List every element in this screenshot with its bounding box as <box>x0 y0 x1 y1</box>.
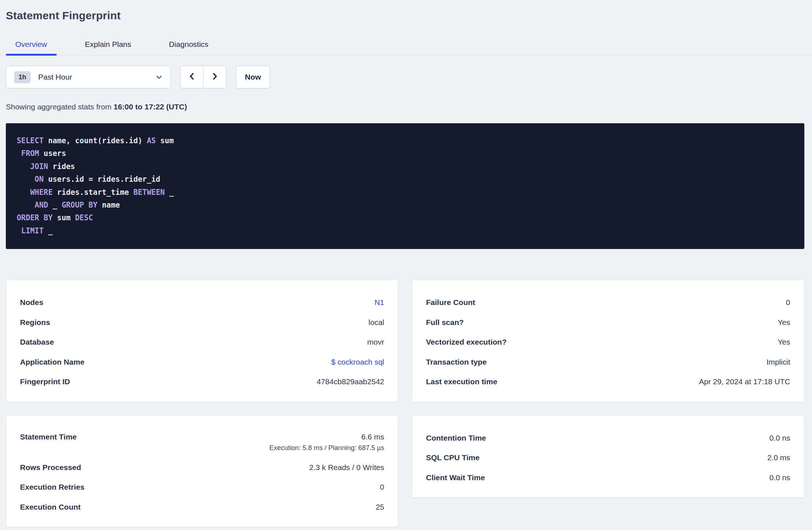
row-label: Last execution time <box>426 377 497 386</box>
row-label: Failure Count <box>426 297 475 307</box>
row-label: Regions <box>20 317 50 327</box>
row-label: Rows Processed <box>20 462 81 472</box>
row-value: 4784cb829aab2542 <box>317 377 384 386</box>
row-database: Database movr <box>20 332 384 352</box>
statement-fingerprint-page: Statement Fingerprint Overview Explain P… <box>0 0 812 527</box>
row-full-scan: Full scan? Yes <box>426 312 790 332</box>
row-failure-count: Failure Count 0 <box>426 292 790 312</box>
row-value: movr <box>367 337 384 347</box>
sql-line: WHERE rides.start_time BETWEEN _ <box>17 186 793 199</box>
row-vectorized-execution: Vectorized execution? Yes <box>426 332 790 352</box>
row-label: Execution Retries <box>20 482 84 492</box>
row-value: 0.0 ns <box>769 433 790 443</box>
row-application-name: Application Name $ cockroach sql <box>20 352 384 372</box>
row-label: Statement Time <box>20 432 77 442</box>
row-value-block: 6.6 ms Execution: 5.8 ms / Planning: 687… <box>269 432 384 452</box>
info-cards-row: Nodes N1 Regions local Database movr App… <box>6 280 804 402</box>
tab-explain-plans[interactable]: Explain Plans <box>76 36 141 55</box>
row-label: SQL CPU Time <box>426 453 479 462</box>
row-label: Execution Count <box>20 502 81 512</box>
row-contention-time: Contention Time 0.0 ns <box>426 428 790 448</box>
sql-line: JOIN rides <box>17 160 793 173</box>
sql-statement-box: SELECT name, count(rides.id) AS sum FROM… <box>6 123 804 249</box>
row-nodes: Nodes N1 <box>20 292 384 312</box>
row-value: 2.3 k Reads / 0 Writes <box>309 462 384 472</box>
row-label: Transaction type <box>426 357 487 367</box>
row-label: Contention Time <box>426 433 486 443</box>
sql-line: LIMIT _ <box>17 225 793 237</box>
chevron-left-icon <box>188 72 196 83</box>
time-interval-dropdown[interactable]: 1h Past Hour <box>6 66 171 88</box>
row-value: local <box>369 317 384 327</box>
interval-arrows <box>180 66 226 88</box>
summary-card: Nodes N1 Regions local Database movr App… <box>6 280 398 402</box>
prev-interval-button[interactable] <box>181 66 203 88</box>
row-fingerprint-id: Fingerprint ID 4784cb829aab2542 <box>20 372 384 392</box>
row-label: Vectorized execution? <box>426 337 507 347</box>
row-execution-retries: Execution Retries 0 <box>20 477 384 497</box>
timings-card: Contention Time 0.0 ns SQL CPU Time 2.0 … <box>412 415 804 498</box>
sql-line: ON users.id = rides.rider_id <box>17 173 793 186</box>
row-transaction-type: Transaction type Implicit <box>426 352 790 372</box>
row-label: Database <box>20 337 54 347</box>
interval-badge: 1h <box>14 71 31 83</box>
caption-prefix: Showing aggregated stats from <box>6 103 114 111</box>
next-interval-button[interactable] <box>203 66 226 88</box>
sql-line: ORDER BY sum DESC <box>17 212 793 224</box>
interval-label: Past Hour <box>38 73 72 81</box>
row-value: Apr 29, 2024 at 17:18 UTC <box>699 377 790 386</box>
time-controls: 1h Past Hour Now <box>6 66 804 88</box>
row-value: 25 <box>376 502 384 512</box>
now-button[interactable]: Now <box>236 66 270 88</box>
row-label: Fingerprint ID <box>20 377 70 386</box>
row-rows-processed: Rows Processed 2.3 k Reads / 0 Writes <box>20 457 384 477</box>
row-value: Implicit <box>767 357 790 367</box>
tab-diagnostics[interactable]: Diagnostics <box>160 36 218 55</box>
row-value: 6.6 ms <box>361 432 384 442</box>
tab-overview[interactable]: Overview <box>6 36 57 55</box>
row-execution-count: Execution Count 25 <box>20 497 384 517</box>
application-name-link[interactable]: $ cockroach sql <box>331 357 384 367</box>
row-regions: Regions local <box>20 312 384 332</box>
sql-line: SELECT name, count(rides.id) AS sum <box>17 134 793 147</box>
row-label: Full scan? <box>426 317 464 327</box>
row-statement-time: Statement Time 6.6 ms Execution: 5.8 ms … <box>20 428 384 457</box>
chevron-right-icon <box>211 72 219 83</box>
attributes-card: Failure Count 0 Full scan? Yes Vectorize… <box>412 280 804 402</box>
sql-line: AND _ GROUP BY name <box>17 199 793 212</box>
row-value: Yes <box>778 317 790 327</box>
row-label: Nodes <box>20 297 43 307</box>
tab-bar: Overview Explain Plans Diagnostics <box>0 36 812 55</box>
stats-cards-row: Statement Time 6.6 ms Execution: 5.8 ms … <box>6 415 804 527</box>
row-value: 0 <box>380 482 384 492</box>
execution-stats-card: Statement Time 6.6 ms Execution: 5.8 ms … <box>6 415 398 527</box>
row-last-execution-time: Last execution time Apr 29, 2024 at 17:1… <box>426 372 790 392</box>
row-value: Yes <box>778 337 790 347</box>
row-sql-cpu-time: SQL CPU Time 2.0 ms <box>426 447 790 467</box>
row-value: 0.0 ns <box>769 473 790 482</box>
nodes-link[interactable]: N1 <box>374 297 384 307</box>
sql-line: FROM users <box>17 147 793 160</box>
row-client-wait-time: Client Wait Time 0.0 ns <box>426 467 790 487</box>
row-subvalue: Execution: 5.8 ms / Planning: 687.5 µs <box>269 443 384 452</box>
page-title: Statement Fingerprint <box>6 9 804 23</box>
row-label: Client Wait Time <box>426 473 485 482</box>
caption-time-range: 16:00 to 17:22 (UTC) <box>114 103 187 111</box>
row-value: 0 <box>786 297 790 307</box>
aggregated-stats-caption: Showing aggregated stats from 16:00 to 1… <box>6 102 804 112</box>
chevron-down-icon <box>156 74 162 81</box>
row-label: Application Name <box>20 357 84 367</box>
row-value: 2.0 ms <box>767 453 790 462</box>
